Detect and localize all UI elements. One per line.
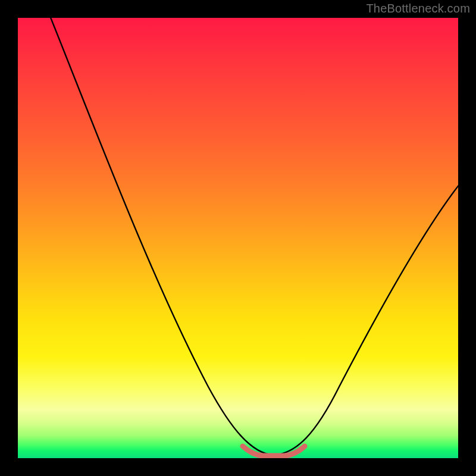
watermark-text: TheBottleneck.com bbox=[366, 2, 470, 15]
bottleneck-curve bbox=[18, 18, 458, 458]
plot-area bbox=[18, 18, 458, 458]
chart-frame: TheBottleneck.com bbox=[0, 0, 476, 476]
curve-path bbox=[46, 18, 458, 455]
